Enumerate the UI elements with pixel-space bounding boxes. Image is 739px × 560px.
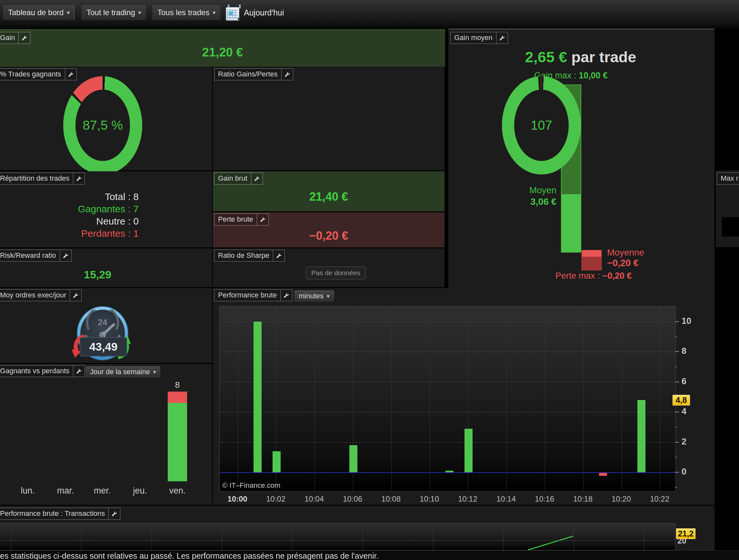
no-data-badge: Pas de données: [306, 266, 366, 279]
y-axis-label: 2: [682, 437, 687, 447]
y-axis-label: 10: [682, 316, 691, 326]
gridline-horizontal: [220, 442, 676, 443]
gridline-vertical: [503, 524, 503, 550]
gridline-vertical: [644, 524, 644, 550]
repartition-panel: Répartition des trades Total : 8Gagnante…: [0, 171, 212, 247]
gain-value: 21,20 €: [0, 45, 445, 59]
wrench-icon[interactable]: [282, 68, 293, 80]
gridline-horizontal: [220, 352, 676, 352]
toolbar-separator: [74, 4, 75, 21]
gridline-vertical: [152, 524, 152, 550]
calendar-icon[interactable]: ▾: [226, 5, 239, 21]
gain-max-value: 10,00 €: [579, 71, 608, 80]
transactions-panel: Performance brute : Transactions 20 21,2: [0, 506, 715, 550]
wrench-icon[interactable]: [65, 68, 77, 80]
calendar-selected-day: [229, 12, 232, 15]
y-axis-label: 4: [682, 406, 687, 416]
wrench-icon[interactable]: [496, 32, 508, 44]
wrench-icon[interactable]: [273, 250, 285, 262]
wrench-icon[interactable]: [73, 365, 85, 377]
moy-ordres-panel: Moy ordres exec/jour 24 43,49: [0, 288, 212, 363]
y-axis-tick: [675, 351, 679, 352]
gain-moyen-negative-mean-segment: [582, 250, 601, 257]
moyenne-label: Moyenne: [607, 247, 644, 258]
performance-title: Performance brute: [214, 289, 281, 301]
perte-max-line: Perte max : −0,20 €: [526, 271, 661, 281]
scope-menu-button[interactable]: Tout le trading ▾: [81, 5, 146, 20]
gridline-vertical: [292, 524, 293, 550]
chevron-down-icon: ▾: [212, 9, 215, 16]
gridline-horizontal: [0, 540, 675, 541]
gridline-vertical: [362, 524, 363, 550]
gridline-vertical: [583, 306, 584, 491]
date-range-label[interactable]: Aujourd'hui: [244, 8, 284, 17]
performance-x-axis: 10:0010:0210:0410:0610:0810:1010:1210:14…: [219, 493, 675, 505]
calendar-grid: [227, 10, 238, 18]
moy-ordres-header: Moy ordres exec/jour: [0, 289, 82, 301]
gridline-vertical: [238, 306, 238, 491]
x-axis-label: 10:08: [381, 495, 401, 504]
ratio-gains-pertes-title: Ratio Gains/Pertes: [214, 68, 282, 80]
gridline-vertical: [660, 306, 660, 491]
gain-max-line: Gain max : 10,00 €: [448, 71, 694, 81]
timeframe-dropdown[interactable]: minutes ▾: [294, 290, 334, 302]
x-axis-label: 10:06: [343, 495, 362, 504]
wrench-icon[interactable]: [73, 173, 85, 184]
y-axis-minor-tick: [675, 367, 678, 367]
day-bar-win-ven.: [168, 403, 187, 481]
repartition-row: Perdantes : 1: [0, 228, 139, 240]
trades-gagnants-panel: % Trades gagnants 87,5 %: [0, 67, 212, 170]
gridline-vertical: [574, 524, 574, 550]
gain-moyen-header: Gain moyen: [450, 32, 508, 44]
dashboard-menu-label: Tableau de bord: [8, 8, 63, 17]
wrench-icon[interactable]: [251, 173, 263, 184]
perte-brute-header: Perte brute: [214, 214, 269, 226]
performance-bar-10:19: [599, 473, 607, 476]
wrench-icon[interactable]: [60, 250, 71, 262]
dashboard-menu-button[interactable]: Tableau de bord ▾: [3, 5, 75, 20]
repartition-row: Neutre : 0: [0, 215, 139, 228]
last-value-badge: 4,8: [673, 395, 690, 406]
disclaimer-bar: es statistiques ci-dessus sont relatives…: [0, 550, 739, 560]
gridline-vertical: [430, 306, 430, 491]
moyen-value: 3,06 €: [506, 196, 557, 207]
days-chart: lun.mar.mer.jeu.8ven.: [0, 364, 212, 505]
wrench-icon[interactable]: [257, 214, 269, 226]
repartition-row: Gagnantes : 7: [0, 203, 139, 215]
y-axis-label: 8: [682, 346, 687, 356]
y-axis-tick: [675, 412, 679, 412]
transactions-plot: [0, 523, 676, 550]
wrench-icon[interactable]: [70, 289, 82, 301]
max-partial-title: Max r: [717, 173, 739, 184]
transactions-header: Performance brute : Transactions: [0, 508, 120, 520]
watermark: © IT–Finance.com: [222, 481, 280, 490]
perte-max-label: Perte max :: [556, 271, 600, 281]
y-axis-tick: [675, 472, 679, 472]
moy-ordres-title: Moy ordres exec/jour: [0, 289, 70, 301]
perte-max-value: −0,20 €: [602, 271, 631, 281]
y-axis-minor-tick: [675, 487, 678, 488]
gain-brut-title: Gain brut: [214, 173, 251, 184]
performance-panel: Performance brute minutes ▾ © IT–Finance…: [213, 288, 715, 505]
wrench-icon[interactable]: [281, 289, 292, 301]
trades-filter-button[interactable]: Tous les trades ▾: [152, 5, 221, 20]
moy-ordres-value: 43,49: [80, 337, 127, 357]
gagnants-perdants-panel: Gagnants vs perdants Jour de la semaine …: [0, 364, 212, 505]
perte-brute-value: −0,20 €: [213, 229, 444, 243]
wrench-icon[interactable]: [109, 508, 120, 520]
wrench-icon[interactable]: [19, 32, 30, 44]
x-axis-label: 10:04: [304, 495, 324, 504]
gridline-vertical: [545, 306, 545, 491]
y-axis-label: 0: [682, 467, 687, 477]
gagnants-perdants-header: Gagnants vs perdants: [0, 365, 85, 377]
gain-panel: Gain 21,20 €: [0, 29, 445, 67]
performance-plot: © IT–Finance.com: [219, 306, 676, 492]
performance-bar-10:06: [349, 445, 357, 472]
zero-line: [220, 472, 676, 473]
ratio-gains-pertes-header: Ratio Gains/Pertes: [214, 68, 293, 80]
moyenne-value: −0,20 €: [607, 258, 639, 268]
y-axis-minor-tick: [675, 427, 678, 427]
y-axis-label: 6: [682, 377, 687, 387]
gain-brut-panel: Gain brut 21,40 €: [213, 171, 444, 211]
equity-line: [528, 536, 573, 550]
